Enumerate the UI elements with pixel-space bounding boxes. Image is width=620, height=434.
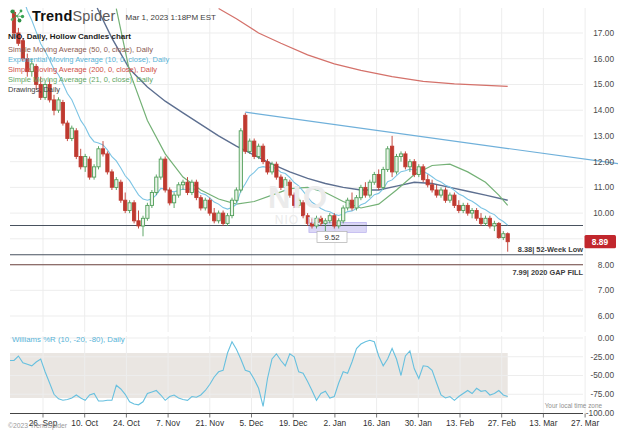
legend-item-sma-200[interactable]: Simple Moving Average (200, 0, close), D… <box>8 65 169 75</box>
price-axis[interactable]: 17.0016.0015.0014.0013.0012.0011.0010.00… <box>593 28 614 321</box>
brand-wordmark[interactable]: TrendSpider <box>32 8 116 24</box>
svg-text:8.89: 8.89 <box>592 237 609 247</box>
svg-text:14.00: 14.00 <box>593 105 614 115</box>
header: TrendSpider Mar 1, 2023 1:18PM EST <box>8 7 216 25</box>
svg-text:10.00: 10.00 <box>593 208 614 218</box>
svg-text:16.00: 16.00 <box>593 54 614 64</box>
chart-title[interactable]: NIO, Daily, Hollow Candles chart <box>8 32 131 41</box>
svg-text:30. Jan: 30. Jan <box>405 418 433 428</box>
copyright-note: ©2023 TrendSpider <box>8 422 67 429</box>
svg-text:10. Oct: 10. Oct <box>71 418 98 428</box>
brand-spider: Spider <box>72 8 115 24</box>
svg-text:7. Nov: 7. Nov <box>156 418 181 428</box>
williams-r-legend[interactable]: Williams %R (10, -20, -80), Daily <box>12 335 125 344</box>
svg-text:15.00: 15.00 <box>593 79 614 89</box>
svg-text:13.00: 13.00 <box>593 131 614 141</box>
svg-text:21. Nov: 21. Nov <box>196 418 225 428</box>
legend-item-drawings[interactable]: Drawings, Daily <box>8 85 169 95</box>
svg-text:11.00: 11.00 <box>594 182 615 192</box>
trendspider-logo-icon[interactable] <box>8 7 26 25</box>
svg-text:-75.00: -75.00 <box>590 389 614 399</box>
svg-text:-100.00: -100.00 <box>586 408 615 418</box>
svg-text:16. Jan: 16. Jan <box>363 418 391 428</box>
svg-text:9.52: 9.52 <box>324 233 339 242</box>
svg-text:-50.00: -50.00 <box>590 370 614 380</box>
svg-text:8.00: 8.00 <box>598 260 615 270</box>
svg-text:-25.00: -25.00 <box>590 352 614 362</box>
svg-text:24. Oct: 24. Oct <box>113 418 140 428</box>
brand-trend: Trend <box>32 8 72 24</box>
svg-text:8.38| 52-Week Low: 8.38| 52-Week Low <box>518 245 583 254</box>
trendline-drawing[interactable] <box>245 112 618 164</box>
svg-text:27. Mar: 27. Mar <box>571 418 599 428</box>
legend-item-ema-10[interactable]: Exponential Moving Average (10, 0, close… <box>8 55 169 65</box>
legend-item-sma-50[interactable]: Simple Moving Average (50, 0, close), Da… <box>8 45 169 55</box>
svg-text:27. Feb: 27. Feb <box>488 418 517 428</box>
indicator-legend: Simple Moving Average (50, 0, close), Da… <box>8 45 169 95</box>
svg-text:2. Jan: 2. Jan <box>324 418 347 428</box>
trendspider-chart-window: 9.528.38| 52-Week Low7.99| 2020 GAP FILL… <box>0 0 620 434</box>
svg-text:0.00: 0.00 <box>598 333 615 343</box>
svg-text:13. Mar: 13. Mar <box>529 418 557 428</box>
last-price-badge: 8.89 <box>585 235 617 248</box>
sma-200-line <box>219 9 508 87</box>
svg-text:6.00: 6.00 <box>598 311 615 321</box>
svg-text:5. Dec: 5. Dec <box>240 418 264 428</box>
svg-text:19. Dec: 19. Dec <box>279 418 308 428</box>
svg-text:12.00: 12.00 <box>593 157 614 167</box>
legend-item-sma-21[interactable]: Simple Moving Average (21, 0, close), Da… <box>8 75 169 85</box>
svg-text:7.00: 7.00 <box>598 285 615 295</box>
date-axis[interactable]: 26. Sep10. Oct24. Oct7. Nov21. Nov5. Dec… <box>10 414 599 428</box>
chart-timestamp: Mar 1, 2023 1:18PM EST <box>126 11 216 22</box>
svg-text:13. Feb: 13. Feb <box>446 418 475 428</box>
svg-text:17.00: 17.00 <box>593 28 614 38</box>
timezone-note[interactable]: Your local time zone <box>545 402 602 409</box>
svg-text:7.99| 2020 GAP FILL: 7.99| 2020 GAP FILL <box>512 268 583 277</box>
